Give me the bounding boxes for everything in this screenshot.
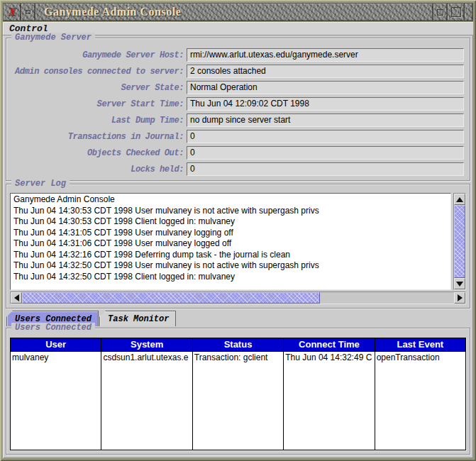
column-body: Thu Jun 04 14:32:49 C — [284, 352, 374, 450]
field-row: Server Start Time:Thu Jun 04 12:09:02 CD… — [6, 96, 470, 111]
field-label: Server State: — [6, 83, 187, 93]
iconify-button[interactable] — [21, 4, 35, 21]
scroll-down-button[interactable] — [454, 278, 465, 289]
maximize-button[interactable] — [448, 4, 465, 21]
field-row: Locks held:0 — [6, 162, 470, 177]
column-header[interactable]: System — [101, 338, 192, 352]
scroll-left-icon — [14, 294, 19, 301]
column-header[interactable]: Last Event — [375, 338, 465, 352]
titlebar-right-cap — [465, 4, 472, 21]
field-row: Server State:Normal Operation — [6, 80, 470, 95]
log-line: Thu Jun 04 14:32:16 CDT 1998 Deferring d… — [13, 250, 448, 261]
vertical-scroll-thumb[interactable] — [454, 205, 465, 278]
title-drag-area[interactable]: Ganymede Admin Console — [35, 4, 433, 21]
maximize-icon — [451, 7, 461, 17]
log-lines: Ganymede Admin ConsoleThu Jun 04 14:30:5… — [13, 194, 448, 282]
field-label: Server Start Time: — [6, 99, 187, 109]
log-line: Ganymede Admin Console — [13, 194, 448, 206]
app-panel: Control Ganymede Server Ganymede Server … — [3, 22, 473, 458]
log-line: Thu Jun 04 14:31:05 CDT 1998 User mulvan… — [13, 228, 448, 239]
field-value[interactable]: Thu Jun 04 12:09:02 CDT 1998 — [187, 97, 464, 111]
horizontal-scroll-thumb[interactable] — [22, 292, 320, 304]
scroll-up-icon — [456, 197, 463, 202]
field-value[interactable]: 0 — [187, 146, 464, 160]
log-line: Thu Jun 04 14:30:53 CDT 1998 Client logg… — [13, 216, 448, 228]
table-cell[interactable]: openTransaction — [375, 352, 465, 364]
ganymede-admin-console-window: { "window": { "title": "Ganymede Admin C… — [0, 0, 476, 461]
field-label: Admin consoles connected to server: — [6, 67, 187, 77]
field-value[interactable]: rmi://www.arlut.utexas.edu/ganymede.serv… — [187, 48, 464, 62]
log-horizontal-scrollbar[interactable] — [10, 291, 466, 304]
log-line: Thu Jun 04 14:32:50 CDT 1998 User mulvan… — [13, 260, 448, 272]
field-row: Ganymede Server Host:rmi://www.arlut.ute… — [6, 48, 470, 62]
log-groupbox: Server Log Ganymede Admin ConsoleThu Jun… — [6, 184, 470, 309]
field-label: Locks held: — [6, 165, 187, 174]
field-label: Ganymede Server Host: — [6, 50, 187, 60]
server-groupbox: Ganymede Server Ganymede Server Host:rmi… — [6, 38, 470, 181]
field-row: Last Dump Time:no dump since server star… — [6, 113, 470, 128]
server-groupbox-title: Ganymede Server — [11, 33, 95, 43]
title-bar[interactable]: X Ganymede Admin Console — [3, 3, 473, 21]
column-body: mulvaney — [11, 352, 101, 450]
content-area: Ganymede Server Ganymede Server Host:rmi… — [5, 35, 471, 456]
field-value[interactable]: 0 — [187, 162, 464, 176]
horizontal-scroll-track[interactable] — [320, 292, 454, 304]
scroll-left-button[interactable] — [11, 292, 22, 304]
column-body: Transaction: gclient — [193, 352, 283, 450]
table-column: StatusTransaction: gclient — [193, 338, 284, 450]
field-value[interactable]: 0 — [187, 130, 464, 143]
iconify-icon — [26, 10, 31, 14]
close-icon: X — [9, 6, 16, 18]
scroll-right-icon — [458, 294, 463, 301]
log-line: Thu Jun 04 14:32:50 CDT 1998 Client logg… — [13, 272, 448, 283]
tab-task-monitor[interactable]: Task Monitor — [99, 311, 176, 326]
field-row: Objects Checked Out:0 — [6, 145, 470, 160]
server-log-textarea[interactable]: Ganymede Admin ConsoleThu Jun 04 14:30:5… — [10, 193, 451, 290]
table-cell[interactable]: Thu Jun 04 14:32:49 C — [284, 352, 374, 364]
log-line: Thu Jun 04 14:31:06 CDT 1998 User mulvan… — [13, 238, 448, 250]
close-button[interactable]: X — [4, 4, 21, 21]
users-groupbox-title: Users Connected — [11, 323, 95, 333]
log-groupbox-title: Server Log — [11, 179, 70, 189]
table-cell[interactable]: csdsun1.arlut.utexas.e — [101, 352, 192, 364]
restore-icon — [437, 9, 443, 16]
table-column: Usermulvaney — [11, 338, 101, 450]
field-row: Admin consoles connected to server:2 con… — [6, 64, 470, 79]
scroll-up-button[interactable] — [454, 194, 465, 205]
table-cell[interactable]: mulvaney — [11, 352, 101, 364]
window-title: Ganymede Admin Console — [44, 6, 181, 18]
field-label: Last Dump Time: — [6, 116, 187, 126]
table-column: Systemcsdsun1.arlut.utexas.e — [101, 338, 192, 450]
table-cell[interactable]: Transaction: gclient — [193, 352, 283, 364]
scroll-right-button[interactable] — [454, 292, 465, 304]
scroll-down-icon — [456, 282, 463, 287]
column-header[interactable]: Status — [193, 338, 283, 352]
field-value[interactable]: no dump since server start — [187, 113, 464, 127]
log-vertical-scrollbar[interactable] — [453, 193, 466, 290]
column-body: openTransaction — [375, 352, 465, 450]
table-column: Connect TimeThu Jun 04 14:32:49 C — [284, 338, 375, 450]
log-line: Thu Jun 04 14:30:53 CDT 1998 User mulvan… — [13, 206, 448, 217]
users-table: UsermulvaneySystemcsdsun1.arlut.utexas.e… — [10, 338, 466, 450]
field-row: Transactions in Journal:0 — [6, 129, 470, 144]
column-header[interactable]: Connect Time — [284, 338, 374, 352]
column-body: csdsun1.arlut.utexas.e — [101, 352, 192, 450]
column-header[interactable]: User — [11, 338, 101, 352]
field-value[interactable]: 2 consoles attached — [187, 65, 464, 78]
field-value[interactable]: Normal Operation — [187, 81, 464, 94]
field-label: Objects Checked Out: — [6, 148, 187, 158]
restore-button[interactable] — [433, 4, 448, 21]
server-fields: Ganymede Server Host:rmi://www.arlut.ute… — [6, 38, 470, 177]
field-label: Transactions in Journal: — [6, 132, 187, 142]
table-column: Last EventopenTransaction — [375, 338, 465, 450]
users-groupbox: Users Connected UsermulvaneySystemcsdsun… — [6, 328, 470, 455]
